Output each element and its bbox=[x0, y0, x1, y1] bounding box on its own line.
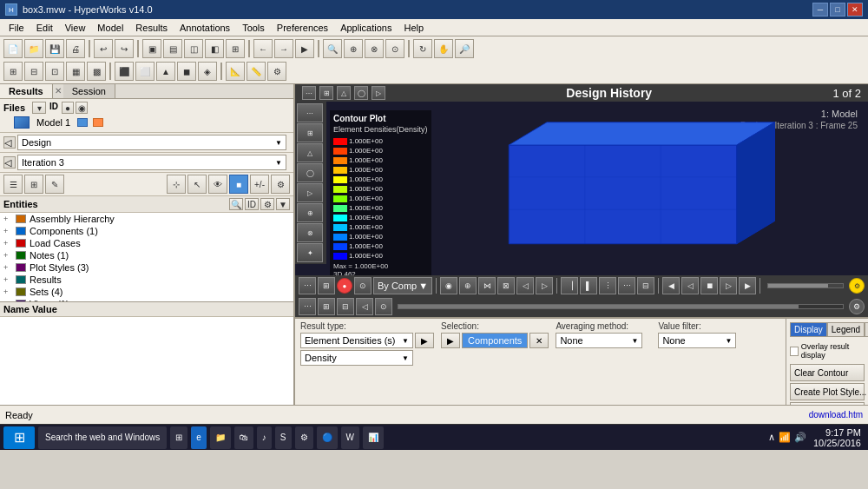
vpt-btn11[interactable]: ▌ bbox=[580, 277, 597, 294]
menu-view[interactable]: View bbox=[60, 21, 91, 35]
vpt-btn6[interactable]: ⋈ bbox=[478, 277, 496, 294]
toolbar-undo[interactable]: ↩ bbox=[94, 39, 113, 58]
toolbar-btn5[interactable]: ⊞ bbox=[226, 39, 245, 58]
menu-annotations[interactable]: Annotations bbox=[174, 21, 235, 35]
menu-model[interactable]: Model bbox=[92, 21, 128, 35]
vpt-lock-btn[interactable]: ⚙ bbox=[849, 278, 865, 294]
vpt-btn5[interactable]: ⊕ bbox=[459, 277, 477, 294]
vl-btn3[interactable]: △ bbox=[297, 143, 323, 162]
taskbar-search[interactable]: Search the web and Windows bbox=[38, 426, 167, 449]
taskbar-chart[interactable]: 📊 bbox=[363, 426, 384, 449]
toolbar2-btn9[interactable]: ◼ bbox=[177, 62, 196, 81]
entity-sets[interactable]: + Sets (4) bbox=[0, 286, 293, 298]
files-btn1[interactable]: ▾ bbox=[32, 102, 46, 114]
toolbar-new[interactable]: 📄 bbox=[3, 39, 23, 58]
vpt-btn10[interactable]: ▕ bbox=[561, 277, 578, 294]
entity-assembly[interactable]: + Assembly Hierarchy bbox=[0, 213, 293, 225]
toolbar-pan[interactable]: ✋ bbox=[434, 39, 453, 58]
vpt-btn1[interactable]: ⋯ bbox=[299, 277, 316, 294]
vl-btn7[interactable]: ⊗ bbox=[297, 223, 323, 242]
toolbar-btn10[interactable]: ⊕ bbox=[344, 39, 363, 58]
toolbar-btn9[interactable]: 🔍 bbox=[323, 39, 342, 58]
vpt2-circle[interactable]: ⚙ bbox=[849, 299, 865, 314]
vpt-circle-btn[interactable]: ● bbox=[337, 278, 352, 294]
toolbar-btn1[interactable]: ▣ bbox=[142, 39, 161, 58]
vpt-btn13[interactable]: ⋯ bbox=[618, 277, 635, 294]
vpt-btn2[interactable]: ⊞ bbox=[318, 277, 335, 294]
design-dropdown[interactable]: Design ▼ bbox=[17, 135, 286, 150]
toolbar-zoom[interactable]: 🔎 bbox=[455, 39, 474, 58]
files-btn2[interactable]: ● bbox=[62, 102, 74, 114]
taskbar-app1[interactable]: S bbox=[275, 426, 292, 449]
playback-slider[interactable] bbox=[767, 283, 844, 288]
vpt2-btn3[interactable]: ⊟ bbox=[337, 298, 354, 315]
taskbar-task-view[interactable]: ⊞ bbox=[170, 426, 187, 449]
vl-btn5[interactable]: ▷ bbox=[297, 183, 323, 202]
toolbar-btn11[interactable]: ⊗ bbox=[365, 39, 384, 58]
tab-results[interactable]: Results bbox=[0, 84, 53, 98]
entity-notes[interactable]: + Notes (1) bbox=[0, 249, 293, 261]
toolbar-btn12[interactable]: ⊙ bbox=[385, 39, 404, 58]
vp-header-btn1[interactable]: ⋯ bbox=[302, 86, 316, 100]
ra-tab-display[interactable]: Display bbox=[790, 322, 827, 337]
toolbar-btn4[interactable]: ◧ bbox=[205, 39, 224, 58]
taskbar-network-icon[interactable]: 📶 bbox=[779, 432, 791, 443]
taskbar-app4[interactable]: W bbox=[341, 426, 359, 449]
toolbar-btn8[interactable]: ▶ bbox=[295, 39, 314, 58]
vl-btn1[interactable]: ⋯ bbox=[297, 103, 323, 122]
menu-preferences[interactable]: Preferences bbox=[272, 21, 333, 35]
toolbar2-btn10[interactable]: ◈ bbox=[198, 62, 217, 81]
files-btn3[interactable]: ◉ bbox=[76, 102, 88, 114]
entity-results[interactable]: + Results bbox=[0, 274, 293, 286]
toolbar2-btn8[interactable]: ▲ bbox=[156, 62, 175, 81]
vp-header-btn4[interactable]: ◯ bbox=[354, 86, 368, 100]
tab-session[interactable]: Session bbox=[63, 84, 115, 98]
lt-btn-color[interactable]: ■ bbox=[229, 175, 248, 194]
start-button[interactable]: ⊞ bbox=[3, 426, 35, 449]
minimize-button[interactable]: ─ bbox=[812, 3, 828, 17]
taskbar-clock[interactable]: 9:17 PM 10/25/2016 bbox=[810, 427, 865, 448]
menu-applications[interactable]: Applications bbox=[335, 21, 397, 35]
result-type-dropdown[interactable]: Element Densities (s) ▼ bbox=[300, 333, 413, 348]
lt-btn2[interactable]: ⊞ bbox=[24, 175, 43, 194]
taskbar-store[interactable]: 🛍 bbox=[234, 426, 253, 449]
lt-btn1[interactable]: ☰ bbox=[3, 175, 23, 194]
vl-btn6[interactable]: ⊕ bbox=[297, 203, 323, 222]
vl-btn4[interactable]: ◯ bbox=[297, 163, 323, 182]
vpt-btn4[interactable]: ◉ bbox=[440, 277, 457, 294]
lt-btn-misc[interactable]: ⚙ bbox=[271, 175, 290, 194]
entity-loadcases[interactable]: + Load Cases bbox=[0, 237, 293, 249]
toolbar2-btn3[interactable]: ⊡ bbox=[45, 62, 64, 81]
clear-contour-btn[interactable]: Clear Contour bbox=[790, 364, 865, 381]
menu-file[interactable]: File bbox=[3, 21, 30, 35]
menu-help[interactable]: Help bbox=[398, 21, 429, 35]
toolbar-open[interactable]: 📁 bbox=[24, 39, 43, 58]
vp-header-btn3[interactable]: △ bbox=[337, 86, 351, 100]
toolbar-btn6[interactable]: ← bbox=[253, 39, 273, 58]
taskbar-app3[interactable]: 🔵 bbox=[317, 426, 338, 449]
iteration-dropdown[interactable]: Iteration 3 ▼ bbox=[17, 155, 286, 170]
averaging-dropdown[interactable]: None ▼ bbox=[556, 333, 642, 348]
vpt-btn7[interactable]: ⊠ bbox=[497, 277, 515, 294]
bycomp-dropdown[interactable]: By Comp ▼ bbox=[373, 277, 432, 294]
lt-btn-arrow[interactable]: ↖ bbox=[187, 175, 207, 194]
toolbar2-btn12[interactable]: 📏 bbox=[247, 62, 266, 81]
taskbar-edge[interactable]: e bbox=[191, 426, 207, 449]
vpt-btn16[interactable]: ◁ bbox=[681, 277, 699, 294]
toolbar2-btn2[interactable]: ⊟ bbox=[24, 62, 43, 81]
selection-expand-btn[interactable]: ▶ bbox=[441, 333, 460, 348]
taskbar-up-icon[interactable]: ∧ bbox=[768, 432, 775, 443]
ra-tab-result[interactable]: Result bbox=[865, 322, 868, 337]
entities-id[interactable]: ID bbox=[245, 198, 259, 210]
vpt2-btn5[interactable]: ⊙ bbox=[375, 298, 392, 315]
value-filter-dropdown[interactable]: None ▼ bbox=[658, 333, 736, 348]
entities-filter[interactable]: ▼ bbox=[276, 198, 290, 210]
toolbar2-btn1[interactable]: ⊞ bbox=[3, 62, 23, 81]
entities-search[interactable]: 🔍 bbox=[229, 198, 243, 210]
entities-settings[interactable]: ⚙ bbox=[260, 198, 274, 210]
menu-results[interactable]: Results bbox=[130, 21, 173, 35]
vpt2-btn2[interactable]: ⊞ bbox=[318, 298, 335, 315]
vpt-btn17[interactable]: ⏹ bbox=[700, 277, 718, 294]
selection-value-btn[interactable]: Components bbox=[462, 333, 528, 348]
toolbar2-btn6[interactable]: ⬛ bbox=[115, 62, 134, 81]
